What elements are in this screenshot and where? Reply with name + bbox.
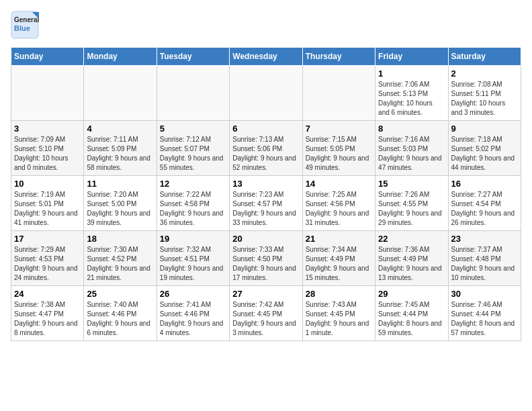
- day-info: Sunrise: 7:22 AM Sunset: 4:58 PM Dayligh…: [160, 190, 226, 228]
- calendar-cell: 11Sunrise: 7:20 AM Sunset: 5:00 PM Dayli…: [84, 176, 157, 231]
- calendar-cell: [230, 66, 302, 121]
- day-number: 14: [306, 179, 372, 189]
- logo-icon: General Blue: [11, 11, 39, 39]
- day-number: 23: [451, 234, 518, 244]
- calendar-cell: 20Sunrise: 7:33 AM Sunset: 4:50 PM Dayli…: [230, 231, 302, 286]
- day-number: 29: [378, 289, 445, 299]
- day-number: 27: [232, 289, 299, 299]
- day-info: Sunrise: 7:42 AM Sunset: 4:45 PM Dayligh…: [232, 300, 299, 338]
- day-info: Sunrise: 7:20 AM Sunset: 5:00 PM Dayligh…: [87, 190, 153, 228]
- day-number: 24: [14, 289, 81, 299]
- weekday-header-friday: Friday: [375, 48, 448, 66]
- day-number: 10: [14, 179, 81, 189]
- day-number: 30: [451, 289, 518, 299]
- calendar-cell: 10Sunrise: 7:19 AM Sunset: 5:01 PM Dayli…: [11, 176, 84, 231]
- calendar-cell: 5Sunrise: 7:12 AM Sunset: 5:07 PM Daylig…: [157, 121, 229, 176]
- calendar-cell: 23Sunrise: 7:37 AM Sunset: 4:48 PM Dayli…: [448, 231, 521, 286]
- day-info: Sunrise: 7:13 AM Sunset: 5:06 PM Dayligh…: [232, 135, 299, 173]
- calendar-cell: 7Sunrise: 7:15 AM Sunset: 5:05 PM Daylig…: [302, 121, 375, 176]
- day-number: 26: [160, 289, 226, 299]
- week-row-2: 3Sunrise: 7:09 AM Sunset: 5:10 PM Daylig…: [11, 121, 521, 176]
- svg-text:General: General: [14, 16, 39, 24]
- calendar-cell: 2Sunrise: 7:08 AM Sunset: 5:11 PM Daylig…: [448, 66, 521, 121]
- day-info: Sunrise: 7:18 AM Sunset: 5:02 PM Dayligh…: [451, 135, 518, 173]
- day-info: Sunrise: 7:09 AM Sunset: 5:10 PM Dayligh…: [14, 135, 81, 173]
- day-info: Sunrise: 7:16 AM Sunset: 5:03 PM Dayligh…: [378, 135, 445, 173]
- day-info: Sunrise: 7:30 AM Sunset: 4:52 PM Dayligh…: [87, 245, 153, 283]
- day-info: Sunrise: 7:45 AM Sunset: 4:44 PM Dayligh…: [378, 300, 445, 338]
- week-row-5: 24Sunrise: 7:38 AM Sunset: 4:47 PM Dayli…: [11, 286, 521, 341]
- calendar-cell: 22Sunrise: 7:36 AM Sunset: 4:49 PM Dayli…: [375, 231, 448, 286]
- day-info: Sunrise: 7:08 AM Sunset: 5:11 PM Dayligh…: [451, 80, 518, 118]
- day-number: 15: [378, 179, 445, 189]
- calendar-cell: 1Sunrise: 7:06 AM Sunset: 5:13 PM Daylig…: [375, 66, 448, 121]
- week-row-3: 10Sunrise: 7:19 AM Sunset: 5:01 PM Dayli…: [11, 176, 521, 231]
- day-number: 22: [378, 234, 445, 244]
- weekday-header-wednesday: Wednesday: [230, 48, 302, 66]
- day-info: Sunrise: 7:23 AM Sunset: 4:57 PM Dayligh…: [232, 190, 299, 228]
- day-number: 3: [14, 124, 81, 134]
- day-number: 18: [87, 234, 153, 244]
- day-info: Sunrise: 7:29 AM Sunset: 4:53 PM Dayligh…: [14, 245, 81, 283]
- calendar-cell: 29Sunrise: 7:45 AM Sunset: 4:44 PM Dayli…: [375, 286, 448, 341]
- day-info: Sunrise: 7:40 AM Sunset: 4:46 PM Dayligh…: [87, 300, 153, 338]
- calendar-cell: [84, 66, 157, 121]
- day-info: Sunrise: 7:37 AM Sunset: 4:48 PM Dayligh…: [451, 245, 518, 283]
- day-info: Sunrise: 7:15 AM Sunset: 5:05 PM Dayligh…: [306, 135, 372, 173]
- weekday-header-tuesday: Tuesday: [157, 48, 229, 66]
- day-number: 19: [160, 234, 226, 244]
- calendar-cell: 3Sunrise: 7:09 AM Sunset: 5:10 PM Daylig…: [11, 121, 84, 176]
- weekday-header-monday: Monday: [84, 48, 157, 66]
- logo: General Blue: [11, 11, 39, 39]
- day-info: Sunrise: 7:11 AM Sunset: 5:09 PM Dayligh…: [87, 135, 153, 173]
- calendar-body: 1Sunrise: 7:06 AM Sunset: 5:13 PM Daylig…: [11, 66, 521, 341]
- weekday-header-thursday: Thursday: [302, 48, 375, 66]
- weekday-header-sunday: Sunday: [11, 48, 84, 66]
- week-row-1: 1Sunrise: 7:06 AM Sunset: 5:13 PM Daylig…: [11, 66, 521, 121]
- day-number: 7: [306, 124, 372, 134]
- day-number: 25: [87, 289, 153, 299]
- calendar-cell: 24Sunrise: 7:38 AM Sunset: 4:47 PM Dayli…: [11, 286, 84, 341]
- day-number: 28: [306, 289, 372, 299]
- day-info: Sunrise: 7:33 AM Sunset: 4:50 PM Dayligh…: [232, 245, 299, 283]
- day-number: 8: [378, 124, 445, 134]
- day-number: 4: [87, 124, 153, 134]
- calendar-cell: 18Sunrise: 7:30 AM Sunset: 4:52 PM Dayli…: [84, 231, 157, 286]
- calendar-cell: 4Sunrise: 7:11 AM Sunset: 5:09 PM Daylig…: [84, 121, 157, 176]
- calendar-cell: 30Sunrise: 7:46 AM Sunset: 4:44 PM Dayli…: [448, 286, 521, 341]
- calendar-cell: 26Sunrise: 7:41 AM Sunset: 4:46 PM Dayli…: [157, 286, 229, 341]
- day-info: Sunrise: 7:43 AM Sunset: 4:45 PM Dayligh…: [306, 300, 372, 338]
- day-number: 9: [451, 124, 518, 134]
- calendar-cell: 9Sunrise: 7:18 AM Sunset: 5:02 PM Daylig…: [448, 121, 521, 176]
- week-row-4: 17Sunrise: 7:29 AM Sunset: 4:53 PM Dayli…: [11, 231, 521, 286]
- day-number: 20: [232, 234, 299, 244]
- day-info: Sunrise: 7:32 AM Sunset: 4:51 PM Dayligh…: [160, 245, 226, 283]
- calendar-cell: 25Sunrise: 7:40 AM Sunset: 4:46 PM Dayli…: [84, 286, 157, 341]
- day-number: 1: [378, 68, 445, 79]
- page-header: General Blue: [11, 11, 521, 39]
- day-info: Sunrise: 7:46 AM Sunset: 4:44 PM Dayligh…: [451, 300, 518, 338]
- day-number: 17: [14, 234, 81, 244]
- calendar-cell: 14Sunrise: 7:25 AM Sunset: 4:56 PM Dayli…: [302, 176, 375, 231]
- calendar-cell: 12Sunrise: 7:22 AM Sunset: 4:58 PM Dayli…: [157, 176, 229, 231]
- calendar-cell: 27Sunrise: 7:42 AM Sunset: 4:45 PM Dayli…: [230, 286, 302, 341]
- day-info: Sunrise: 7:27 AM Sunset: 4:54 PM Dayligh…: [451, 190, 518, 228]
- day-info: Sunrise: 7:26 AM Sunset: 4:55 PM Dayligh…: [378, 190, 445, 228]
- day-info: Sunrise: 7:34 AM Sunset: 4:49 PM Dayligh…: [306, 245, 372, 283]
- day-number: 5: [160, 124, 226, 134]
- calendar-cell: [302, 66, 375, 121]
- calendar-cell: 21Sunrise: 7:34 AM Sunset: 4:49 PM Dayli…: [302, 231, 375, 286]
- calendar-cell: 16Sunrise: 7:27 AM Sunset: 4:54 PM Dayli…: [448, 176, 521, 231]
- calendar-cell: [157, 66, 229, 121]
- day-info: Sunrise: 7:06 AM Sunset: 5:13 PM Dayligh…: [378, 80, 445, 118]
- svg-text:Blue: Blue: [14, 24, 30, 32]
- calendar-header: SundayMondayTuesdayWednesdayThursdayFrid…: [11, 48, 521, 66]
- day-info: Sunrise: 7:19 AM Sunset: 5:01 PM Dayligh…: [14, 190, 81, 228]
- weekday-header-saturday: Saturday: [448, 48, 521, 66]
- day-info: Sunrise: 7:41 AM Sunset: 4:46 PM Dayligh…: [160, 300, 226, 338]
- calendar-cell: [11, 66, 84, 121]
- day-number: 6: [232, 124, 299, 134]
- calendar-cell: 17Sunrise: 7:29 AM Sunset: 4:53 PM Dayli…: [11, 231, 84, 286]
- calendar-cell: 19Sunrise: 7:32 AM Sunset: 4:51 PM Dayli…: [157, 231, 229, 286]
- day-number: 13: [232, 179, 299, 189]
